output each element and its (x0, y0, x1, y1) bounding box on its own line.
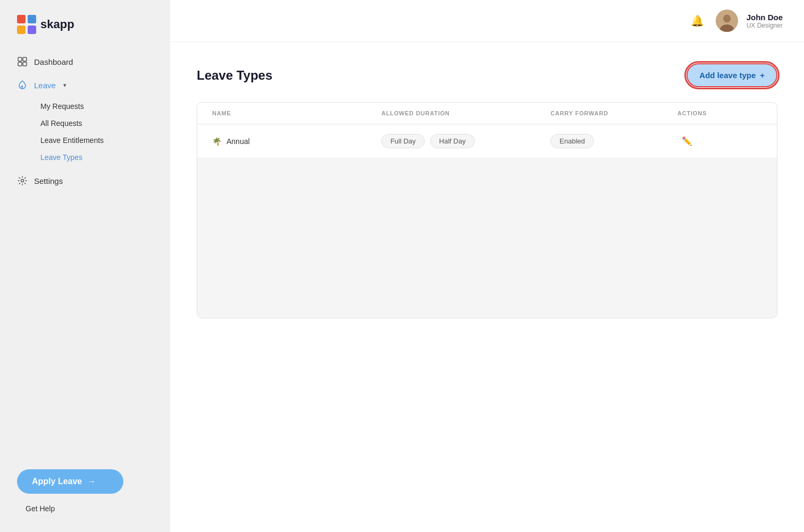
duration-cell: Full Day Half Day (381, 134, 550, 148)
page-content: Leave Types Add leave type + NAME ALLOWE… (170, 42, 804, 532)
svg-rect-4 (18, 57, 22, 61)
carry-forward-badge: Enabled (550, 134, 594, 148)
user-info: John Doe UX Designer (747, 13, 783, 29)
svg-rect-3 (28, 26, 36, 34)
table-row: 🌴 Annual Full Day Half Day Enabled ✏️ (197, 124, 777, 158)
chevron-down-icon: ▾ (63, 82, 66, 89)
apply-leave-button[interactable]: Apply Leave → (17, 469, 123, 494)
main-content: 🔔 John Doe UX Designer Leave Types Add l… (170, 0, 804, 532)
svg-point-12 (723, 15, 731, 23)
leave-type-name: Annual (227, 137, 250, 146)
avatar (716, 10, 738, 32)
logo-icon (17, 15, 36, 34)
edit-button[interactable]: ✏️ (677, 134, 697, 148)
actions-cell: ✏️ (677, 134, 762, 148)
full-day-badge: Full Day (381, 134, 425, 148)
leave-name-cell: 🌴 Annual (212, 137, 381, 146)
gear-icon (17, 175, 28, 186)
leave-label: Leave (34, 81, 56, 90)
col-name: NAME (212, 110, 381, 116)
arrow-right-icon: → (87, 477, 96, 486)
page-header: Leave Types Add leave type + (197, 63, 777, 87)
add-leave-type-label: Add leave type (699, 71, 756, 80)
svg-rect-0 (17, 15, 26, 23)
sidebar-navigation: Dashboard Leave ▾ My Requests All Reques… (0, 51, 170, 457)
dashboard-label: Dashboard (34, 57, 73, 66)
leave-types-table: NAME ALLOWED DURATION CARRY FORWARD ACTI… (197, 102, 777, 318)
add-leave-type-button[interactable]: Add leave type + (686, 63, 777, 87)
apply-leave-label: Apply Leave (32, 477, 82, 486)
sidebar-item-leave[interactable]: Leave ▾ (9, 74, 162, 96)
sidebar-bottom: Apply Leave → Get Help (0, 457, 170, 532)
svg-rect-2 (17, 26, 26, 34)
logo-text: skapp (40, 18, 74, 31)
sidebar: skapp Dashboard (0, 0, 170, 532)
sidebar-item-my-requests[interactable]: My Requests (34, 98, 162, 115)
sidebar-item-dashboard[interactable]: Dashboard (9, 51, 162, 72)
get-help-link[interactable]: Get Help (21, 502, 59, 515)
plus-icon: + (760, 71, 765, 80)
svg-rect-5 (23, 57, 27, 61)
svg-point-10 (21, 180, 24, 182)
col-allowed-duration: ALLOWED DURATION (381, 110, 550, 116)
sidebar-item-all-requests[interactable]: All Requests (34, 115, 162, 132)
user-role: UX Designer (747, 22, 783, 29)
logo: skapp (0, 0, 170, 51)
page-title: Leave Types (197, 68, 272, 83)
header: 🔔 John Doe UX Designer (170, 0, 804, 42)
table-empty-area (197, 158, 777, 318)
svg-rect-7 (23, 62, 27, 66)
col-carry-forward: CARRY FORWARD (550, 110, 677, 116)
sidebar-item-leave-types[interactable]: Leave Types (34, 149, 162, 166)
leave-icon (17, 80, 28, 90)
svg-rect-1 (28, 15, 36, 23)
user-name: John Doe (747, 13, 783, 22)
col-actions: ACTIONS (677, 110, 762, 116)
table-header: NAME ALLOWED DURATION CARRY FORWARD ACTI… (197, 103, 777, 124)
notification-bell-icon[interactable]: 🔔 (688, 11, 707, 30)
grid-icon (17, 56, 28, 67)
leave-type-icon: 🌴 (212, 137, 221, 146)
svg-rect-6 (18, 62, 22, 66)
leave-subitems: My Requests All Requests Leave Entitleme… (34, 98, 162, 166)
settings-label: Settings (34, 176, 63, 185)
sidebar-item-leave-entitlements[interactable]: Leave Entitlements (34, 132, 162, 149)
half-day-badge: Half Day (430, 134, 475, 148)
carry-forward-cell: Enabled (550, 134, 677, 148)
sidebar-item-settings[interactable]: Settings (9, 170, 162, 191)
